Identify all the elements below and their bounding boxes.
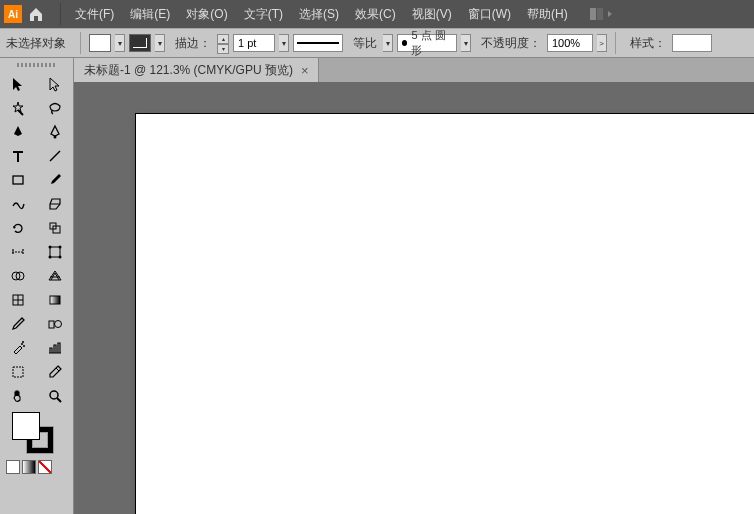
tools-panel xyxy=(0,58,74,514)
artboard[interactable] xyxy=(136,114,754,514)
free-transform-tool[interactable] xyxy=(37,240,74,264)
separator xyxy=(60,3,61,25)
symbol-sprayer-tool[interactable] xyxy=(0,336,37,360)
color-mode-gradient[interactable] xyxy=(22,460,36,474)
svg-rect-5 xyxy=(13,176,23,184)
stroke-label: 描边： xyxy=(175,35,211,52)
blend-tool[interactable] xyxy=(37,312,74,336)
hand-tool[interactable] xyxy=(0,384,37,408)
menu-bar: Ai 文件(F)编辑(E)对象(O)文字(T)选择(S)效果(C)视图(V)窗口… xyxy=(0,0,754,28)
svg-rect-17 xyxy=(49,321,54,328)
paintbrush-tool[interactable] xyxy=(37,168,74,192)
ratio-label: 等比 xyxy=(353,35,377,52)
svg-point-20 xyxy=(23,345,25,347)
width-tool[interactable] xyxy=(0,240,37,264)
fill-swatch[interactable] xyxy=(89,34,111,52)
magic-wand-tool[interactable] xyxy=(0,96,37,120)
svg-line-4 xyxy=(50,151,60,161)
rotate-tool[interactable] xyxy=(0,216,37,240)
app-logo: Ai xyxy=(4,5,22,23)
svg-point-12 xyxy=(58,256,61,259)
stroke-swatch[interactable] xyxy=(129,34,151,52)
style-label: 样式： xyxy=(630,35,666,52)
menu-item[interactable]: 视图(V) xyxy=(404,2,460,27)
svg-point-18 xyxy=(54,321,61,328)
panel-grip[interactable] xyxy=(0,58,73,72)
gradient-tool[interactable] xyxy=(37,288,74,312)
mesh-tool[interactable] xyxy=(0,288,37,312)
shape-builder-tool[interactable] xyxy=(0,264,37,288)
zoom-tool[interactable] xyxy=(37,384,74,408)
svg-rect-0 xyxy=(590,8,596,20)
close-tab-icon[interactable]: × xyxy=(301,63,309,78)
svg-point-3 xyxy=(53,136,56,139)
svg-rect-16 xyxy=(50,296,60,304)
direct-selection-tool[interactable] xyxy=(37,72,74,96)
type-tool[interactable] xyxy=(0,144,37,168)
color-mode-solid[interactable] xyxy=(6,460,20,474)
menu-item[interactable]: 文件(F) xyxy=(67,2,122,27)
brush-dropdown[interactable]: ▾ xyxy=(461,34,471,52)
scale-tool[interactable] xyxy=(37,216,74,240)
column-graph-tool[interactable] xyxy=(37,336,74,360)
curvature-tool[interactable] xyxy=(37,120,74,144)
layout-switch-icon[interactable] xyxy=(588,6,616,22)
opacity-input[interactable] xyxy=(547,34,593,52)
tab-title: 未标题-1 @ 121.3% (CMYK/GPU 预览) xyxy=(84,62,293,79)
svg-rect-8 xyxy=(50,247,60,257)
artboard-tool[interactable] xyxy=(0,360,37,384)
selection-status: 未选择对象 xyxy=(6,35,66,52)
home-icon[interactable] xyxy=(26,4,46,24)
menu-item[interactable]: 选择(S) xyxy=(291,2,347,27)
menu-item[interactable]: 文字(T) xyxy=(236,2,291,27)
opacity-dropdown[interactable]: > xyxy=(597,34,607,52)
stroke-profile-preview[interactable] xyxy=(293,34,343,52)
stroke-weight-input[interactable] xyxy=(233,34,275,52)
menu-item[interactable]: 对象(O) xyxy=(178,2,235,27)
document-tabs: 未标题-1 @ 121.3% (CMYK/GPU 预览) × xyxy=(74,58,754,82)
style-swatch[interactable] xyxy=(672,34,712,52)
color-mode-none[interactable] xyxy=(38,460,52,474)
shaper-tool[interactable] xyxy=(0,192,37,216)
eraser-tool[interactable] xyxy=(37,192,74,216)
brush-preview[interactable]: 5 点 圆形 xyxy=(397,34,457,52)
eyedropper-tool[interactable] xyxy=(0,312,37,336)
svg-point-21 xyxy=(22,341,24,343)
opacity-label: 不透明度： xyxy=(481,35,541,52)
svg-line-25 xyxy=(57,398,61,402)
menu-item[interactable]: 编辑(E) xyxy=(122,2,178,27)
menu-item[interactable]: 帮助(H) xyxy=(519,2,576,27)
menu-items: 文件(F)编辑(E)对象(O)文字(T)选择(S)效果(C)视图(V)窗口(W)… xyxy=(67,2,576,27)
svg-line-23 xyxy=(56,368,59,371)
svg-point-19 xyxy=(21,343,23,345)
canvas-area[interactable] xyxy=(74,82,754,514)
stroke-dropdown[interactable]: ▾ xyxy=(155,34,165,52)
rectangle-tool[interactable] xyxy=(0,168,37,192)
fill-color-box[interactable] xyxy=(12,412,40,440)
lasso-tool[interactable] xyxy=(37,96,74,120)
stroke-stepper[interactable]: ▴▾ xyxy=(217,34,229,52)
svg-rect-22 xyxy=(13,367,23,377)
svg-rect-1 xyxy=(597,8,603,20)
svg-point-9 xyxy=(48,246,51,249)
options-bar: 未选择对象 ▾ ▾ 描边： ▴▾ ▾ 等比 ▾ 5 点 圆形 ▾ 不透明度： >… xyxy=(0,28,754,58)
ratio-dropdown[interactable]: ▾ xyxy=(383,34,393,52)
selection-tool[interactable] xyxy=(0,72,37,96)
svg-point-24 xyxy=(50,391,58,399)
svg-point-10 xyxy=(58,246,61,249)
perspective-grid-tool[interactable] xyxy=(37,264,74,288)
fill-dropdown[interactable]: ▾ xyxy=(115,34,125,52)
svg-point-11 xyxy=(48,256,51,259)
document-tab[interactable]: 未标题-1 @ 121.3% (CMYK/GPU 预览) × xyxy=(74,58,319,82)
stroke-weight-dropdown[interactable]: ▾ xyxy=(279,34,289,52)
menu-item[interactable]: 窗口(W) xyxy=(460,2,519,27)
color-swatches xyxy=(0,408,73,458)
slice-tool[interactable] xyxy=(37,360,74,384)
line-segment-tool[interactable] xyxy=(37,144,74,168)
menu-item[interactable]: 效果(C) xyxy=(347,2,404,27)
pen-tool[interactable] xyxy=(0,120,37,144)
